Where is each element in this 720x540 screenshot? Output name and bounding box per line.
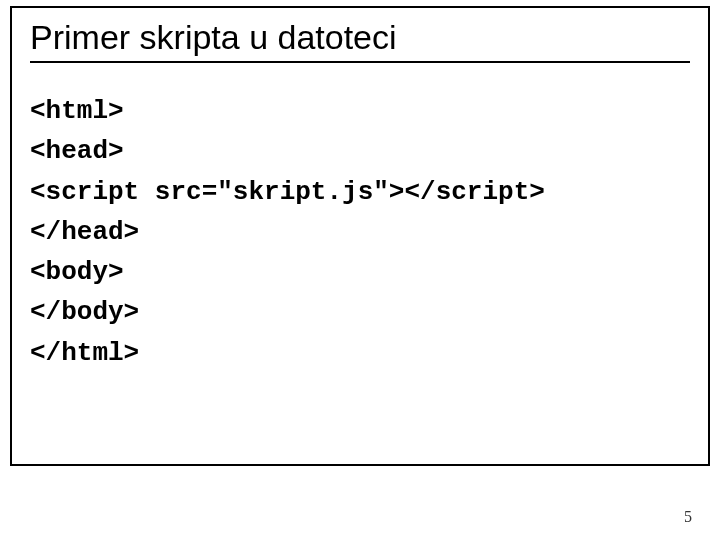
slide-frame: Primer skripta u datoteci <html> <head> …: [10, 6, 710, 466]
code-block: <html> <head> <script src="skript.js"></…: [30, 91, 690, 373]
title-underline: [30, 61, 690, 63]
slide-title: Primer skripta u datoteci: [30, 18, 690, 57]
page-number: 5: [684, 508, 692, 526]
